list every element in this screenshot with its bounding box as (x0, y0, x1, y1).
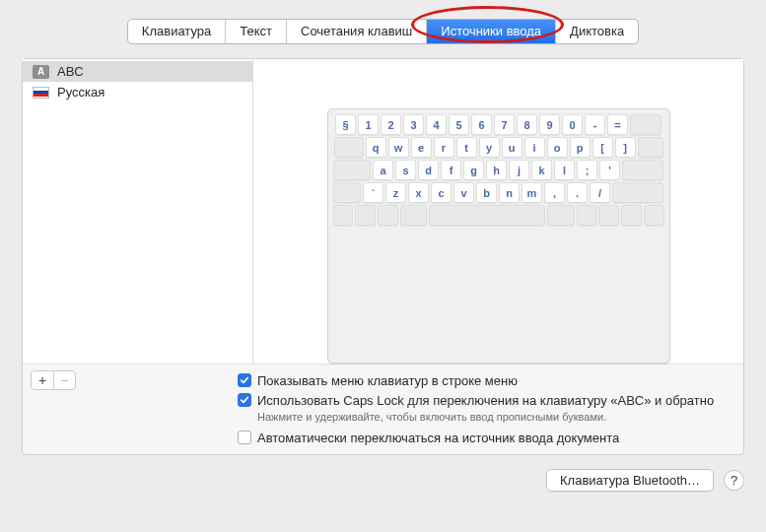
key-y: y (479, 137, 500, 158)
source-row-abc[interactable]: A ABC (23, 61, 252, 82)
option-label: Использовать Caps Lock для переключения … (257, 392, 714, 409)
tab-text[interactable]: Текст (226, 20, 287, 43)
remove-source-button[interactable]: − (53, 371, 75, 389)
key-d: d (418, 160, 439, 180)
input-source-list[interactable]: A ABC Русская (23, 59, 253, 364)
key-w: w (388, 137, 409, 158)
key-s: s (395, 160, 416, 180)
checkbox-icon (238, 431, 251, 444)
key-v: v (453, 182, 474, 203)
key-4: 4 (426, 114, 447, 135)
option-auto-switch[interactable]: Автоматически переключаться на источник … (238, 430, 733, 446)
tab-keyboard[interactable]: Клавиатура (128, 20, 226, 43)
key-f: f (441, 160, 461, 180)
key--: - (585, 114, 605, 135)
tab-input-sources[interactable]: Источники ввода (427, 20, 556, 43)
key-2: 2 (381, 114, 401, 135)
key-0: 0 (562, 114, 583, 135)
source-label: Русская (57, 85, 104, 100)
tab-shortcuts[interactable]: Сочетания клавиш (287, 20, 427, 43)
key-l: l (554, 160, 575, 180)
main-panel: A ABC Русская §1234567890-= qwertyuiop[]… (22, 58, 744, 455)
key-8: 8 (517, 114, 537, 135)
option-hint: Нажмите и удерживайте, чтобы включить вв… (257, 411, 733, 423)
bluetooth-keyboard-button[interactable]: Клавиатура Bluetooth… (546, 469, 714, 492)
key-t: t (456, 137, 477, 158)
key-.: . (567, 182, 588, 203)
checkbox-icon (238, 393, 251, 407)
key-6: 6 (471, 114, 492, 135)
tab-bar: Клавиатура Текст Сочетания клавиш Источн… (0, 0, 766, 58)
key-o: o (547, 137, 568, 158)
key-g: g (463, 160, 484, 180)
key-n: n (499, 182, 520, 203)
key-e: e (411, 137, 432, 158)
add-source-button[interactable]: + (32, 371, 53, 389)
key-q: q (366, 137, 386, 158)
option-label: Автоматически переключаться на источник … (257, 430, 619, 446)
panel-bottom: + − Показывать меню клавиатур в строке м… (23, 365, 743, 454)
key-a: a (373, 160, 393, 180)
keyboard-preview: §1234567890-= qwertyuiop[] asdfghjkl;' `… (327, 108, 670, 364)
key-7: 7 (494, 114, 515, 135)
key-5: 5 (449, 114, 469, 135)
key-;: ; (577, 160, 597, 180)
options-stack: Показывать меню клавиатур в строке меню … (238, 370, 733, 446)
help-button[interactable]: ? (724, 470, 744, 491)
option-capslock[interactable]: Использовать Caps Lock для переключения … (238, 392, 733, 409)
add-remove-group: + − (31, 370, 76, 390)
key-u: u (502, 137, 522, 158)
key-c: c (431, 182, 452, 203)
key-k: k (531, 160, 552, 180)
key-[: [ (592, 137, 613, 158)
key-1: 1 (358, 114, 379, 135)
key-i: i (524, 137, 545, 158)
key-z: z (385, 182, 406, 203)
ru-flag-icon (33, 87, 49, 99)
option-label: Показывать меню клавиатур в строке меню (257, 372, 518, 389)
key-=: = (607, 114, 628, 135)
latin-a-icon: A (33, 65, 49, 79)
panel-top: A ABC Русская §1234567890-= qwertyuiop[]… (23, 59, 743, 365)
key-`: ` (363, 182, 383, 203)
key-9: 9 (539, 114, 560, 135)
key-3: 3 (403, 114, 424, 135)
key-': ' (599, 160, 620, 180)
source-label: ABC (57, 64, 84, 79)
option-show-menu[interactable]: Показывать меню клавиатур в строке меню (238, 372, 733, 389)
layout-preview: §1234567890-= qwertyuiop[] asdfghjkl;' `… (253, 59, 743, 364)
key-]: ] (615, 137, 636, 158)
footer: Клавиатура Bluetooth… ? (0, 469, 766, 492)
key-r: r (434, 137, 454, 158)
tab-dictation[interactable]: Диктовка (556, 20, 638, 43)
key-p: p (570, 137, 591, 158)
segmented-tabs: Клавиатура Текст Сочетания клавиш Источн… (127, 19, 639, 44)
source-row-russian[interactable]: Русская (23, 82, 252, 102)
key-h: h (486, 160, 507, 180)
key-§: § (335, 114, 356, 135)
key-,: , (544, 182, 565, 203)
key-m: m (522, 182, 542, 203)
checkbox-icon (238, 373, 251, 387)
key-/: / (590, 182, 610, 203)
key-x: x (408, 182, 429, 203)
key-b: b (476, 182, 497, 203)
key-j: j (509, 160, 529, 180)
